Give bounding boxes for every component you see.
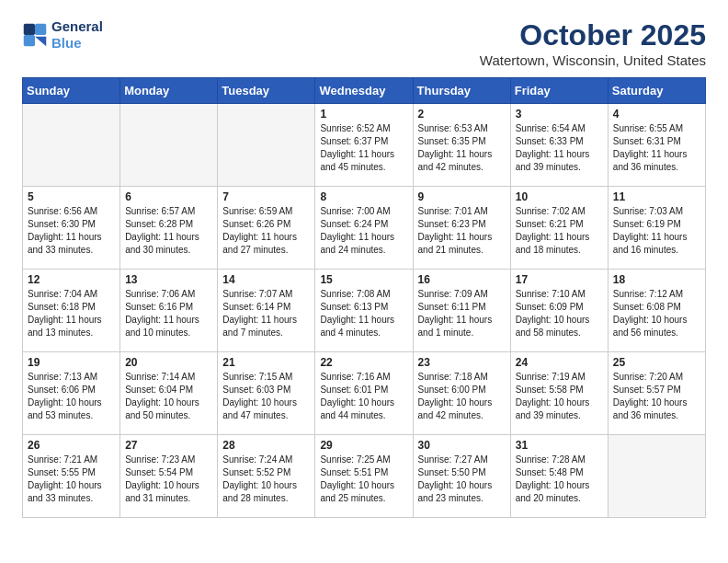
calendar-table: SundayMondayTuesdayWednesdayThursdayFrid… (22, 77, 706, 518)
week-row-4: 19Sunrise: 7:13 AMSunset: 6:06 PMDayligh… (23, 352, 706, 435)
day-cell-text: Sunrise: 7:07 AMSunset: 6:14 PMDaylight:… (222, 288, 310, 339)
day-cell: 16Sunrise: 7:09 AMSunset: 6:11 PMDayligh… (413, 270, 510, 352)
day-cell-text: Sunrise: 7:14 AMSunset: 6:04 PMDaylight:… (125, 371, 212, 422)
day-cell (218, 104, 315, 187)
day-cell: 9Sunrise: 7:01 AMSunset: 6:23 PMDaylight… (413, 187, 510, 270)
day-number: 14 (222, 273, 310, 286)
day-cell: 17Sunrise: 7:10 AMSunset: 6:09 PMDayligh… (510, 270, 608, 352)
day-number: 21 (222, 356, 310, 369)
day-cell (608, 435, 705, 518)
day-cell-text: Sunrise: 6:52 AMSunset: 6:37 PMDaylight:… (320, 122, 407, 174)
week-row-5: 26Sunrise: 7:21 AMSunset: 5:55 PMDayligh… (23, 435, 706, 518)
day-cell: 4Sunrise: 6:55 AMSunset: 6:31 PMDaylight… (608, 104, 705, 187)
day-cell: 29Sunrise: 7:25 AMSunset: 5:51 PMDayligh… (315, 435, 413, 518)
day-cell: 25Sunrise: 7:20 AMSunset: 5:57 PMDayligh… (608, 352, 705, 435)
day-number: 1 (320, 108, 407, 121)
day-cell-text: Sunrise: 7:24 AMSunset: 5:52 PMDaylight:… (222, 454, 310, 505)
day-number: 28 (222, 439, 310, 452)
day-cell: 12Sunrise: 7:04 AMSunset: 6:18 PMDayligh… (23, 270, 120, 352)
day-cell: 21Sunrise: 7:15 AMSunset: 6:03 PMDayligh… (218, 352, 315, 435)
day-number: 5 (28, 190, 115, 203)
week-row-3: 12Sunrise: 7:04 AMSunset: 6:18 PMDayligh… (23, 270, 706, 352)
day-header-sunday: Sunday (23, 78, 120, 104)
week-row-2: 5Sunrise: 6:56 AMSunset: 6:30 PMDaylight… (23, 187, 706, 270)
day-cell: 7Sunrise: 6:59 AMSunset: 6:26 PMDaylight… (218, 187, 315, 270)
day-number: 18 (613, 273, 700, 286)
day-number: 27 (125, 439, 212, 452)
day-number: 22 (320, 356, 407, 369)
logo: General Blue (22, 18, 103, 52)
day-number: 29 (320, 439, 407, 452)
day-cell: 11Sunrise: 7:03 AMSunset: 6:19 PMDayligh… (608, 187, 705, 270)
day-cell: 23Sunrise: 7:18 AMSunset: 6:00 PMDayligh… (413, 352, 510, 435)
day-cell-text: Sunrise: 7:23 AMSunset: 5:54 PMDaylight:… (125, 454, 212, 505)
day-header-monday: Monday (120, 78, 218, 104)
day-cell: 24Sunrise: 7:19 AMSunset: 5:58 PMDayligh… (510, 352, 608, 435)
logo-icon (22, 22, 48, 48)
day-cell: 10Sunrise: 7:02 AMSunset: 6:21 PMDayligh… (510, 187, 608, 270)
day-number: 20 (125, 356, 212, 369)
day-number: 13 (125, 273, 212, 286)
day-cell: 5Sunrise: 6:56 AMSunset: 6:30 PMDaylight… (23, 187, 120, 270)
svg-rect-2 (35, 24, 46, 35)
day-cell: 22Sunrise: 7:16 AMSunset: 6:01 PMDayligh… (315, 352, 413, 435)
day-number: 25 (613, 356, 700, 369)
day-number: 23 (418, 356, 506, 369)
day-header-tuesday: Tuesday (218, 78, 315, 104)
day-number: 24 (516, 356, 603, 369)
calendar-title: October 2025 (480, 18, 706, 52)
day-cell: 8Sunrise: 7:00 AMSunset: 6:24 PMDaylight… (315, 187, 413, 270)
day-cell-text: Sunrise: 6:57 AMSunset: 6:28 PMDaylight:… (125, 205, 212, 257)
day-cell-text: Sunrise: 6:55 AMSunset: 6:31 PMDaylight:… (613, 122, 700, 174)
day-cell-text: Sunrise: 7:02 AMSunset: 6:21 PMDaylight:… (516, 205, 603, 257)
day-cell: 6Sunrise: 6:57 AMSunset: 6:28 PMDaylight… (120, 187, 218, 270)
day-cell-text: Sunrise: 6:59 AMSunset: 6:26 PMDaylight:… (222, 205, 310, 257)
day-number: 2 (418, 108, 506, 121)
day-cell: 18Sunrise: 7:12 AMSunset: 6:08 PMDayligh… (608, 270, 705, 352)
day-header-thursday: Thursday (413, 78, 510, 104)
day-cell-text: Sunrise: 7:04 AMSunset: 6:18 PMDaylight:… (28, 288, 115, 339)
day-number: 31 (516, 439, 603, 452)
day-cell-text: Sunrise: 7:21 AMSunset: 5:55 PMDaylight:… (28, 454, 115, 505)
day-cell-text: Sunrise: 7:25 AMSunset: 5:51 PMDaylight:… (320, 454, 407, 505)
svg-rect-3 (24, 35, 35, 46)
day-cell: 14Sunrise: 7:07 AMSunset: 6:14 PMDayligh… (218, 270, 315, 352)
day-cell-text: Sunrise: 7:19 AMSunset: 5:58 PMDaylight:… (516, 371, 603, 422)
day-cell (23, 104, 120, 187)
day-cell-text: Sunrise: 6:54 AMSunset: 6:33 PMDaylight:… (516, 122, 603, 174)
day-cell-text: Sunrise: 7:03 AMSunset: 6:19 PMDaylight:… (613, 205, 700, 257)
day-number: 11 (613, 190, 700, 203)
day-cell: 26Sunrise: 7:21 AMSunset: 5:55 PMDayligh… (23, 435, 120, 518)
day-header-friday: Friday (510, 78, 608, 104)
svg-rect-1 (24, 24, 35, 35)
day-cell-text: Sunrise: 6:53 AMSunset: 6:35 PMDaylight:… (418, 122, 506, 174)
day-cell-text: Sunrise: 7:06 AMSunset: 6:16 PMDaylight:… (125, 288, 212, 339)
day-cell-text: Sunrise: 7:13 AMSunset: 6:06 PMDaylight:… (28, 371, 115, 422)
day-header-saturday: Saturday (608, 78, 705, 104)
week-row-1: 1Sunrise: 6:52 AMSunset: 6:37 PMDaylight… (23, 104, 706, 187)
day-number: 7 (222, 190, 310, 203)
day-cell-text: Sunrise: 7:00 AMSunset: 6:24 PMDaylight:… (320, 205, 407, 257)
day-number: 26 (28, 439, 115, 452)
day-number: 8 (320, 190, 407, 203)
day-number: 3 (516, 108, 603, 121)
day-cell-text: Sunrise: 7:08 AMSunset: 6:13 PMDaylight:… (320, 288, 407, 339)
day-cell-text: Sunrise: 7:16 AMSunset: 6:01 PMDaylight:… (320, 371, 407, 422)
day-cell: 28Sunrise: 7:24 AMSunset: 5:52 PMDayligh… (218, 435, 315, 518)
day-cell: 2Sunrise: 6:53 AMSunset: 6:35 PMDaylight… (413, 104, 510, 187)
day-cell: 31Sunrise: 7:28 AMSunset: 5:48 PMDayligh… (510, 435, 608, 518)
day-number: 10 (516, 190, 603, 203)
day-cell: 15Sunrise: 7:08 AMSunset: 6:13 PMDayligh… (315, 270, 413, 352)
day-cell-text: Sunrise: 7:28 AMSunset: 5:48 PMDaylight:… (516, 454, 603, 505)
day-cell (120, 104, 218, 187)
day-number: 16 (418, 273, 506, 286)
day-cell: 19Sunrise: 7:13 AMSunset: 6:06 PMDayligh… (23, 352, 120, 435)
day-number: 30 (418, 439, 506, 452)
day-header-row: SundayMondayTuesdayWednesdayThursdayFrid… (23, 78, 706, 104)
day-cell-text: Sunrise: 7:01 AMSunset: 6:23 PMDaylight:… (418, 205, 506, 257)
svg-marker-4 (35, 37, 46, 47)
day-cell: 27Sunrise: 7:23 AMSunset: 5:54 PMDayligh… (120, 435, 218, 518)
day-cell-text: Sunrise: 7:27 AMSunset: 5:50 PMDaylight:… (418, 454, 506, 505)
day-cell-text: Sunrise: 6:56 AMSunset: 6:30 PMDaylight:… (28, 205, 115, 257)
day-cell: 30Sunrise: 7:27 AMSunset: 5:50 PMDayligh… (413, 435, 510, 518)
